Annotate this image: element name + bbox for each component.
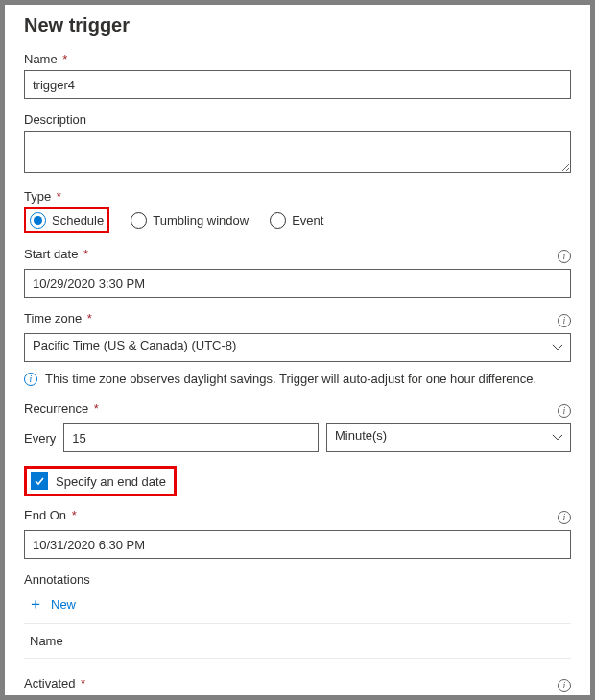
type-radio-tumbling-label: Tumbling window [153,213,249,228]
annotations-col-name: Name [30,634,63,648]
type-radio-schedule[interactable]: Schedule [30,212,104,229]
type-label: Type * [24,189,571,204]
start-date-field: Start date * i [24,247,571,298]
description-input[interactable] [24,131,571,173]
info-icon[interactable]: i [558,511,571,524]
type-radio-event[interactable]: Event [270,212,323,229]
name-label: Name * [24,52,571,66]
name-field: Name * [24,52,571,99]
required-mark: * [83,247,88,261]
end-on-label: End On * [24,508,77,522]
start-date-input[interactable] [24,269,571,298]
info-icon[interactable]: i [558,250,571,263]
recurrence-label: Recurrence * [24,401,99,416]
plus-icon: ＋ [28,596,43,612]
type-field: Type * Schedule Tumbling window Event [24,189,571,233]
end-on-field: End On * i [24,508,571,559]
required-mark: * [87,311,92,326]
annotations-section: Annotations ＋ New Name [24,572,571,659]
time-zone-select[interactable]: Pacific Time (US & Canada) (UTC-8) [24,333,571,362]
new-trigger-panel: New trigger Name * Description Type * [5,5,590,700]
info-icon[interactable]: i [558,314,571,327]
every-label: Every [24,431,56,446]
name-input[interactable] [24,70,571,99]
specify-end-checkbox[interactable]: Specify an end date [31,472,166,490]
required-mark: * [81,676,85,690]
annotations-table-header: Name [24,623,571,659]
end-on-input[interactable] [24,530,571,559]
recurrence-value-input[interactable] [63,423,319,452]
activated-label-text: Activated [24,676,75,690]
description-label: Description [24,112,571,127]
radio-icon [30,212,46,229]
dst-info-row: i This time zone observes daylight savin… [24,372,571,386]
add-annotation-button[interactable]: ＋ New [24,591,80,617]
specify-end-highlight: Specify an end date [24,466,177,496]
end-on-label-text: End On [24,508,66,522]
required-mark: * [94,401,99,416]
checkbox-icon [31,472,48,490]
start-date-label: Start date * [24,247,88,261]
radio-icon [270,212,286,229]
required-mark: * [57,189,61,204]
description-field: Description [24,112,571,176]
info-icon: i [24,373,37,386]
radio-icon [131,212,147,229]
required-mark: * [72,508,77,522]
add-annotation-label: New [51,597,76,612]
recurrence-label-text: Recurrence [24,401,88,416]
type-radio-group: Schedule Tumbling window Event [24,207,571,233]
type-radio-schedule-label: Schedule [52,213,104,228]
panel-frame: New trigger Name * Description Type * [0,0,595,700]
recurrence-unit-select[interactable]: Minute(s) [326,423,571,452]
info-icon[interactable]: i [558,679,571,692]
required-mark: * [62,52,67,66]
dst-info-text: This time zone observes daylight savings… [45,372,536,386]
type-schedule-highlight: Schedule [24,207,109,233]
type-radio-event-label: Event [292,213,323,228]
check-icon [34,475,45,487]
type-label-text: Type [24,189,51,204]
panel-title: New trigger [24,14,571,36]
annotations-label: Annotations [24,572,571,587]
time-zone-label-text: Time zone [24,311,82,326]
info-icon[interactable]: i [558,404,571,418]
type-radio-tumbling[interactable]: Tumbling window [131,212,249,229]
time-zone-field: Time zone * i Pacific Time (US & Canada)… [24,311,571,362]
name-label-text: Name [24,52,58,66]
start-date-label-text: Start date [24,247,78,261]
specify-end-label: Specify an end date [56,474,166,489]
activated-field: Activated * i Yes No [24,676,571,700]
time-zone-label: Time zone * [24,311,92,326]
recurrence-field: Recurrence * i Every Minute(s) [24,401,571,452]
activated-label: Activated * [24,676,85,690]
